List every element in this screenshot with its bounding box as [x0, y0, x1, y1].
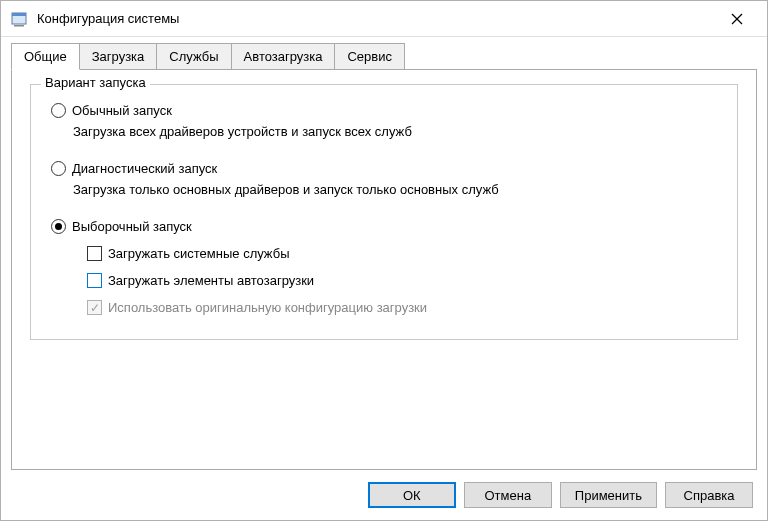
- close-button[interactable]: [717, 4, 757, 34]
- radio-icon: [51, 219, 66, 234]
- checkbox-load-startup[interactable]: Загружать элементы автозагрузки: [87, 273, 717, 288]
- radio-diagnostic-startup[interactable]: Диагностический запуск: [51, 161, 717, 176]
- checkbox-load-startup-label: Загружать элементы автозагрузки: [108, 273, 314, 288]
- tab-boot[interactable]: Загрузка: [79, 43, 158, 69]
- radio-normal-startup[interactable]: Обычный запуск: [51, 103, 717, 118]
- dialog-button-bar: ОК Отмена Применить Справка: [1, 470, 767, 520]
- checkbox-load-services[interactable]: Загружать системные службы: [87, 246, 717, 261]
- msconfig-icon: [11, 11, 29, 27]
- tab-startup[interactable]: Автозагрузка: [231, 43, 336, 69]
- tab-tools[interactable]: Сервис: [334, 43, 405, 69]
- tab-strip: Общие Загрузка Службы Автозагрузка Серви…: [11, 43, 757, 69]
- checkbox-load-services-label: Загружать системные службы: [108, 246, 290, 261]
- radio-selective-startup[interactable]: Выборочный запуск: [51, 219, 717, 234]
- svg-rect-2: [14, 25, 24, 27]
- radio-icon: [51, 161, 66, 176]
- cancel-button[interactable]: Отмена: [464, 482, 552, 508]
- tab-services[interactable]: Службы: [156, 43, 231, 69]
- radio-normal-label: Обычный запуск: [72, 103, 172, 118]
- radio-diagnostic-label: Диагностический запуск: [72, 161, 217, 176]
- checkbox-icon: [87, 273, 102, 288]
- normal-startup-desc: Загрузка всех драйверов устройств и запу…: [73, 124, 717, 139]
- ok-button[interactable]: ОК: [368, 482, 456, 508]
- tab-general[interactable]: Общие: [11, 43, 80, 70]
- checkbox-use-original: Использовать оригинальную конфигурацию з…: [87, 300, 717, 315]
- apply-button[interactable]: Применить: [560, 482, 657, 508]
- checkbox-icon: [87, 300, 102, 315]
- close-icon: [731, 13, 743, 25]
- content-area: Общие Загрузка Службы Автозагрузка Серви…: [1, 37, 767, 470]
- fieldset-legend: Вариант запуска: [41, 75, 150, 90]
- radio-selective-label: Выборочный запуск: [72, 219, 192, 234]
- startup-selection-fieldset: Вариант запуска Обычный запуск Загрузка …: [30, 84, 738, 340]
- msconfig-window: Конфигурация системы Общие Загрузка Служ…: [0, 0, 768, 521]
- tab-panel-general: Вариант запуска Обычный запуск Загрузка …: [11, 69, 757, 470]
- svg-rect-1: [12, 13, 26, 16]
- checkbox-use-original-label: Использовать оригинальную конфигурацию з…: [108, 300, 427, 315]
- radio-icon: [51, 103, 66, 118]
- diagnostic-startup-desc: Загрузка только основных драйверов и зап…: [73, 182, 717, 197]
- titlebar: Конфигурация системы: [1, 1, 767, 37]
- window-title: Конфигурация системы: [37, 11, 717, 26]
- help-button[interactable]: Справка: [665, 482, 753, 508]
- checkbox-icon: [87, 246, 102, 261]
